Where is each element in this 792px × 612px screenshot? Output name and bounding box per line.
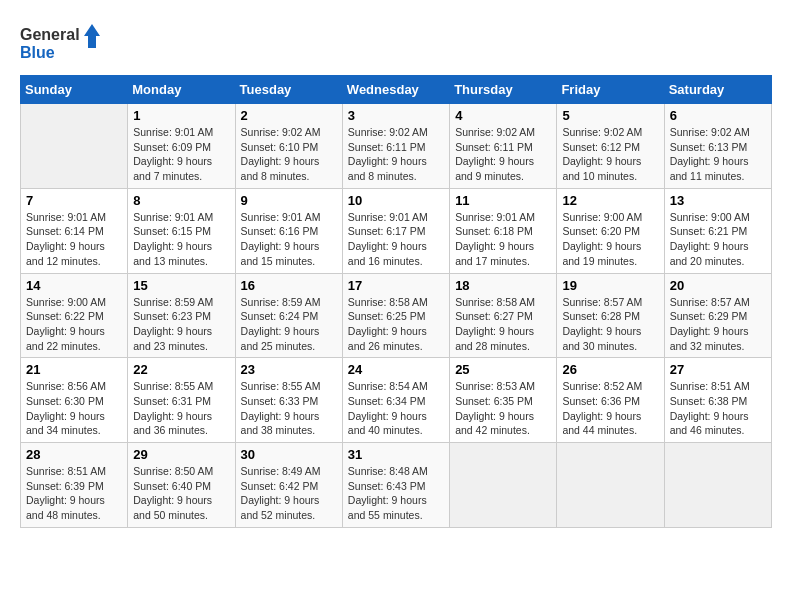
day-info: Sunrise: 8:50 AMSunset: 6:40 PMDaylight:… xyxy=(133,464,229,523)
weekday-header-monday: Monday xyxy=(128,76,235,104)
calendar-cell xyxy=(557,443,664,528)
weekday-header-saturday: Saturday xyxy=(664,76,771,104)
day-number: 24 xyxy=(348,362,444,377)
calendar-cell: 2Sunrise: 9:02 AMSunset: 6:10 PMDaylight… xyxy=(235,104,342,189)
calendar-cell: 7Sunrise: 9:01 AMSunset: 6:14 PMDaylight… xyxy=(21,188,128,273)
calendar-cell: 24Sunrise: 8:54 AMSunset: 6:34 PMDayligh… xyxy=(342,358,449,443)
day-number: 17 xyxy=(348,278,444,293)
day-number: 16 xyxy=(241,278,337,293)
day-info: Sunrise: 8:53 AMSunset: 6:35 PMDaylight:… xyxy=(455,379,551,438)
day-number: 11 xyxy=(455,193,551,208)
day-number: 26 xyxy=(562,362,658,377)
day-number: 14 xyxy=(26,278,122,293)
day-info: Sunrise: 9:02 AMSunset: 6:12 PMDaylight:… xyxy=(562,125,658,184)
day-number: 9 xyxy=(241,193,337,208)
day-info: Sunrise: 9:00 AMSunset: 6:20 PMDaylight:… xyxy=(562,210,658,269)
day-number: 28 xyxy=(26,447,122,462)
day-info: Sunrise: 9:02 AMSunset: 6:13 PMDaylight:… xyxy=(670,125,766,184)
day-info: Sunrise: 8:48 AMSunset: 6:43 PMDaylight:… xyxy=(348,464,444,523)
day-number: 19 xyxy=(562,278,658,293)
calendar-cell: 6Sunrise: 9:02 AMSunset: 6:13 PMDaylight… xyxy=(664,104,771,189)
calendar-cell: 9Sunrise: 9:01 AMSunset: 6:16 PMDaylight… xyxy=(235,188,342,273)
day-number: 15 xyxy=(133,278,229,293)
day-number: 29 xyxy=(133,447,229,462)
calendar-week-row: 21Sunrise: 8:56 AMSunset: 6:30 PMDayligh… xyxy=(21,358,772,443)
calendar-cell: 16Sunrise: 8:59 AMSunset: 6:24 PMDayligh… xyxy=(235,273,342,358)
calendar-cell: 23Sunrise: 8:55 AMSunset: 6:33 PMDayligh… xyxy=(235,358,342,443)
calendar-cell: 3Sunrise: 9:02 AMSunset: 6:11 PMDaylight… xyxy=(342,104,449,189)
calendar-cell: 12Sunrise: 9:00 AMSunset: 6:20 PMDayligh… xyxy=(557,188,664,273)
day-number: 6 xyxy=(670,108,766,123)
day-info: Sunrise: 8:49 AMSunset: 6:42 PMDaylight:… xyxy=(241,464,337,523)
day-number: 25 xyxy=(455,362,551,377)
calendar-cell: 15Sunrise: 8:59 AMSunset: 6:23 PMDayligh… xyxy=(128,273,235,358)
weekday-header-tuesday: Tuesday xyxy=(235,76,342,104)
calendar-cell: 22Sunrise: 8:55 AMSunset: 6:31 PMDayligh… xyxy=(128,358,235,443)
svg-text:Blue: Blue xyxy=(20,44,55,61)
day-info: Sunrise: 8:58 AMSunset: 6:27 PMDaylight:… xyxy=(455,295,551,354)
svg-marker-2 xyxy=(84,24,100,48)
calendar-cell: 26Sunrise: 8:52 AMSunset: 6:36 PMDayligh… xyxy=(557,358,664,443)
weekday-header-sunday: Sunday xyxy=(21,76,128,104)
day-info: Sunrise: 9:01 AMSunset: 6:17 PMDaylight:… xyxy=(348,210,444,269)
day-number: 5 xyxy=(562,108,658,123)
day-number: 7 xyxy=(26,193,122,208)
day-number: 18 xyxy=(455,278,551,293)
day-number: 22 xyxy=(133,362,229,377)
day-info: Sunrise: 9:00 AMSunset: 6:21 PMDaylight:… xyxy=(670,210,766,269)
day-number: 13 xyxy=(670,193,766,208)
calendar-cell: 30Sunrise: 8:49 AMSunset: 6:42 PMDayligh… xyxy=(235,443,342,528)
calendar-week-row: 7Sunrise: 9:01 AMSunset: 6:14 PMDaylight… xyxy=(21,188,772,273)
day-number: 4 xyxy=(455,108,551,123)
day-info: Sunrise: 8:57 AMSunset: 6:29 PMDaylight:… xyxy=(670,295,766,354)
calendar-table: SundayMondayTuesdayWednesdayThursdayFrid… xyxy=(20,75,772,528)
day-info: Sunrise: 8:52 AMSunset: 6:36 PMDaylight:… xyxy=(562,379,658,438)
header: General Blue xyxy=(20,20,772,65)
day-number: 8 xyxy=(133,193,229,208)
day-info: Sunrise: 8:51 AMSunset: 6:38 PMDaylight:… xyxy=(670,379,766,438)
day-number: 23 xyxy=(241,362,337,377)
day-info: Sunrise: 8:56 AMSunset: 6:30 PMDaylight:… xyxy=(26,379,122,438)
day-info: Sunrise: 8:59 AMSunset: 6:24 PMDaylight:… xyxy=(241,295,337,354)
day-number: 30 xyxy=(241,447,337,462)
day-info: Sunrise: 9:00 AMSunset: 6:22 PMDaylight:… xyxy=(26,295,122,354)
weekday-header-row: SundayMondayTuesdayWednesdayThursdayFrid… xyxy=(21,76,772,104)
logo-svg: General Blue xyxy=(20,20,100,65)
day-info: Sunrise: 9:02 AMSunset: 6:10 PMDaylight:… xyxy=(241,125,337,184)
day-info: Sunrise: 8:57 AMSunset: 6:28 PMDaylight:… xyxy=(562,295,658,354)
calendar-week-row: 28Sunrise: 8:51 AMSunset: 6:39 PMDayligh… xyxy=(21,443,772,528)
day-number: 12 xyxy=(562,193,658,208)
weekday-header-thursday: Thursday xyxy=(450,76,557,104)
calendar-cell: 29Sunrise: 8:50 AMSunset: 6:40 PMDayligh… xyxy=(128,443,235,528)
day-number: 3 xyxy=(348,108,444,123)
calendar-cell: 8Sunrise: 9:01 AMSunset: 6:15 PMDaylight… xyxy=(128,188,235,273)
day-number: 20 xyxy=(670,278,766,293)
calendar-cell: 18Sunrise: 8:58 AMSunset: 6:27 PMDayligh… xyxy=(450,273,557,358)
calendar-cell: 13Sunrise: 9:00 AMSunset: 6:21 PMDayligh… xyxy=(664,188,771,273)
calendar-cell: 1Sunrise: 9:01 AMSunset: 6:09 PMDaylight… xyxy=(128,104,235,189)
day-info: Sunrise: 8:51 AMSunset: 6:39 PMDaylight:… xyxy=(26,464,122,523)
calendar-cell: 11Sunrise: 9:01 AMSunset: 6:18 PMDayligh… xyxy=(450,188,557,273)
day-info: Sunrise: 9:01 AMSunset: 6:18 PMDaylight:… xyxy=(455,210,551,269)
day-info: Sunrise: 9:02 AMSunset: 6:11 PMDaylight:… xyxy=(455,125,551,184)
calendar-cell: 27Sunrise: 8:51 AMSunset: 6:38 PMDayligh… xyxy=(664,358,771,443)
weekday-header-wednesday: Wednesday xyxy=(342,76,449,104)
day-info: Sunrise: 9:01 AMSunset: 6:16 PMDaylight:… xyxy=(241,210,337,269)
calendar-cell: 25Sunrise: 8:53 AMSunset: 6:35 PMDayligh… xyxy=(450,358,557,443)
day-info: Sunrise: 9:02 AMSunset: 6:11 PMDaylight:… xyxy=(348,125,444,184)
calendar-cell: 10Sunrise: 9:01 AMSunset: 6:17 PMDayligh… xyxy=(342,188,449,273)
day-info: Sunrise: 8:55 AMSunset: 6:33 PMDaylight:… xyxy=(241,379,337,438)
day-number: 1 xyxy=(133,108,229,123)
calendar-week-row: 14Sunrise: 9:00 AMSunset: 6:22 PMDayligh… xyxy=(21,273,772,358)
calendar-cell: 20Sunrise: 8:57 AMSunset: 6:29 PMDayligh… xyxy=(664,273,771,358)
calendar-cell xyxy=(21,104,128,189)
day-number: 2 xyxy=(241,108,337,123)
day-number: 21 xyxy=(26,362,122,377)
svg-text:General: General xyxy=(20,26,80,43)
calendar-cell xyxy=(450,443,557,528)
calendar-cell: 28Sunrise: 8:51 AMSunset: 6:39 PMDayligh… xyxy=(21,443,128,528)
calendar-cell: 19Sunrise: 8:57 AMSunset: 6:28 PMDayligh… xyxy=(557,273,664,358)
calendar-cell: 14Sunrise: 9:00 AMSunset: 6:22 PMDayligh… xyxy=(21,273,128,358)
calendar-cell: 5Sunrise: 9:02 AMSunset: 6:12 PMDaylight… xyxy=(557,104,664,189)
day-number: 31 xyxy=(348,447,444,462)
